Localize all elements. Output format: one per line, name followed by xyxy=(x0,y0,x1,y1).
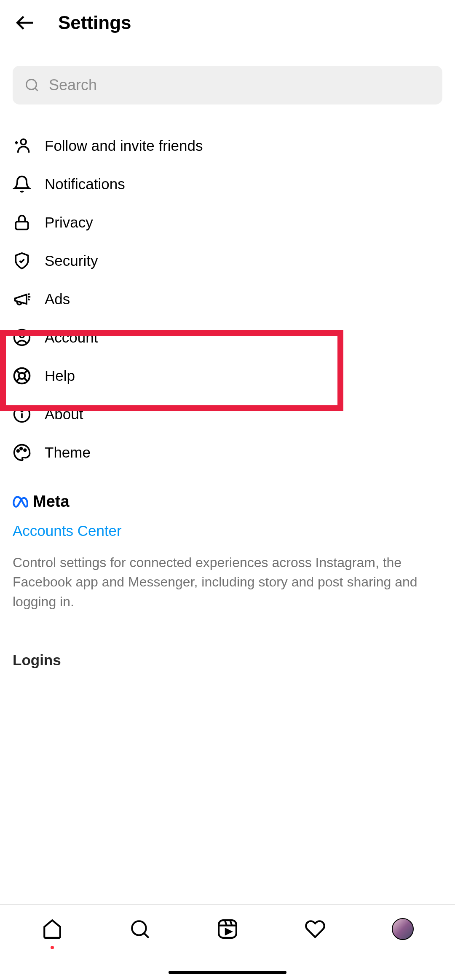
menu-item-label: Security xyxy=(45,252,98,269)
svg-line-9 xyxy=(28,299,30,300)
svg-line-2 xyxy=(35,88,38,91)
meta-section: Meta Accounts Center Control settings fo… xyxy=(0,471,455,623)
svg-line-15 xyxy=(24,378,27,381)
menu-item-label: About xyxy=(45,406,83,423)
palette-icon xyxy=(13,443,31,462)
lifebuoy-icon xyxy=(13,367,31,385)
menu-item-label: Notifications xyxy=(45,176,125,193)
person-plus-icon xyxy=(13,137,31,155)
svg-point-11 xyxy=(20,333,24,337)
menu-item-about[interactable]: About xyxy=(0,395,455,433)
info-icon xyxy=(13,405,31,423)
nav-reels[interactable] xyxy=(215,916,240,942)
user-circle-icon xyxy=(13,328,31,347)
notification-dot-icon xyxy=(51,946,54,949)
bell-icon xyxy=(13,175,31,193)
svg-line-14 xyxy=(16,370,20,374)
nav-search[interactable] xyxy=(127,916,153,942)
menu-item-label: Theme xyxy=(45,444,91,461)
nav-activity[interactable] xyxy=(302,916,328,942)
back-button[interactable] xyxy=(13,10,38,35)
search-bar[interactable] xyxy=(13,66,442,104)
svg-point-13 xyxy=(19,372,25,379)
nav-profile[interactable] xyxy=(390,916,415,942)
arrow-left-icon xyxy=(15,12,36,33)
nav-home[interactable] xyxy=(40,916,65,942)
svg-point-3 xyxy=(21,139,26,145)
logins-section-heading: Logins xyxy=(0,623,455,669)
meta-brand: Meta xyxy=(13,493,442,511)
svg-point-22 xyxy=(20,447,22,450)
svg-point-21 xyxy=(17,450,19,452)
profile-avatar xyxy=(392,918,414,940)
meta-brand-text: Meta xyxy=(33,493,70,511)
heart-icon xyxy=(305,918,326,940)
page-title: Settings xyxy=(58,12,131,33)
shield-check-icon xyxy=(13,252,31,270)
svg-marker-30 xyxy=(226,929,231,934)
svg-line-17 xyxy=(16,378,20,381)
menu-item-notifications[interactable]: Notifications xyxy=(0,165,455,203)
megaphone-icon xyxy=(13,290,31,308)
svg-rect-6 xyxy=(16,222,28,229)
menu-item-label: Account xyxy=(45,329,98,346)
meta-logo-icon xyxy=(13,495,30,508)
svg-line-25 xyxy=(144,933,149,938)
home-indicator xyxy=(169,971,286,974)
search-input[interactable] xyxy=(49,76,431,94)
menu-item-theme[interactable]: Theme xyxy=(0,433,455,471)
bottom-navigation xyxy=(0,904,455,980)
menu-item-help[interactable]: Help xyxy=(0,356,455,395)
search-icon xyxy=(24,78,40,93)
menu-item-privacy[interactable]: Privacy xyxy=(0,203,455,241)
menu-item-label: Ads xyxy=(45,291,70,308)
search-icon xyxy=(129,918,150,940)
menu-item-security[interactable]: Security xyxy=(0,241,455,280)
lock-icon xyxy=(13,213,31,232)
menu-item-label: Privacy xyxy=(45,214,93,231)
menu-item-ads[interactable]: Ads xyxy=(0,280,455,318)
reels-icon xyxy=(217,918,238,940)
svg-point-23 xyxy=(24,449,26,451)
svg-point-20 xyxy=(21,410,23,411)
accounts-center-link[interactable]: Accounts Center xyxy=(13,522,442,539)
svg-point-1 xyxy=(27,80,37,90)
svg-line-7 xyxy=(28,294,30,295)
svg-line-16 xyxy=(24,370,27,374)
menu-item-label: Follow and invite friends xyxy=(45,137,203,154)
home-icon xyxy=(42,918,63,940)
menu-item-follow-invite[interactable]: Follow and invite friends xyxy=(0,126,455,165)
settings-menu-list: Follow and invite friends Notifications … xyxy=(0,115,455,471)
menu-item-account[interactable]: Account xyxy=(0,318,455,356)
accounts-center-description: Control settings for connected experienc… xyxy=(13,553,442,611)
menu-item-label: Help xyxy=(45,367,75,384)
svg-point-24 xyxy=(132,921,146,935)
